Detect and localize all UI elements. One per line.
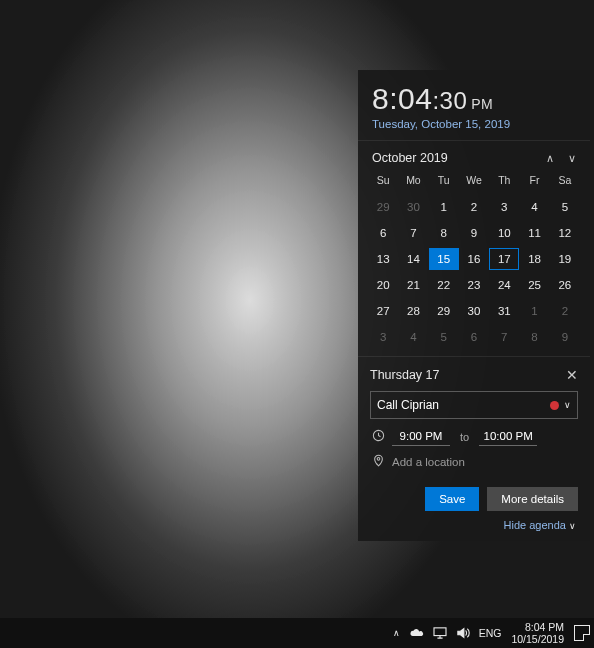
calendar-day[interactable]: 19: [550, 248, 580, 270]
calendar-day[interactable]: 9: [550, 326, 580, 348]
calendar-day[interactable]: 2: [550, 300, 580, 322]
tray-overflow-icon[interactable]: ∧: [393, 628, 400, 638]
calendar-grid: SuMoTuWeThFrSa29301234567891011121314151…: [358, 171, 590, 356]
location-row: [370, 454, 578, 469]
calendar-dow: Sa: [550, 171, 580, 192]
agenda-panel: Thursday 17 ✕ ∨ to: [358, 357, 590, 483]
action-center-icon[interactable]: [574, 625, 590, 641]
end-time-input[interactable]: [479, 427, 537, 446]
chevron-down-icon: ∨: [569, 521, 576, 531]
calendar-flyout: 8:04:30PM Tuesday, October 15, 2019 Octo…: [358, 70, 590, 541]
calendar-nav: ∧ ∨: [546, 152, 576, 165]
calendar-day[interactable]: 1: [519, 300, 549, 322]
event-title-field[interactable]: ∨: [370, 391, 578, 419]
calendar-day[interactable]: 30: [459, 300, 489, 322]
location-input[interactable]: [392, 456, 578, 468]
calendar-dow: Fr: [519, 171, 549, 192]
hide-agenda-link[interactable]: Hide agenda ∨: [358, 517, 590, 537]
calendar-day[interactable]: 8: [429, 222, 459, 244]
clock-block: 8:04:30PM Tuesday, October 15, 2019: [358, 70, 590, 141]
calendar-day[interactable]: 3: [489, 196, 519, 218]
taskbar-clock[interactable]: 8:04 PM 10/15/2019: [511, 621, 564, 645]
calendar-color-picker[interactable]: ∨: [550, 400, 571, 410]
time-to-label: to: [460, 431, 469, 443]
onedrive-icon[interactable]: [409, 628, 424, 638]
color-dot-icon: [550, 401, 559, 410]
calendar-day[interactable]: 16: [459, 248, 489, 270]
clock-time: 8:04:30PM: [372, 82, 576, 116]
calendar-day[interactable]: 6: [459, 326, 489, 348]
calendar-day[interactable]: 15: [429, 248, 459, 270]
calendar-day[interactable]: 13: [368, 248, 398, 270]
taskbar: ∧ ENG 8:04 PM 10/15/2019: [0, 618, 594, 648]
calendar-day[interactable]: 7: [489, 326, 519, 348]
calendar-day[interactable]: 28: [398, 300, 428, 322]
calendar-day[interactable]: 14: [398, 248, 428, 270]
calendar-day[interactable]: 31: [489, 300, 519, 322]
chevron-down-icon: ∨: [564, 400, 571, 410]
calendar-day[interactable]: 5: [550, 196, 580, 218]
calendar-day[interactable]: 3: [368, 326, 398, 348]
start-time-input[interactable]: [392, 427, 450, 446]
calendar-day[interactable]: 8: [519, 326, 549, 348]
calendar-day[interactable]: 26: [550, 274, 580, 296]
calendar-day[interactable]: 21: [398, 274, 428, 296]
calendar-day[interactable]: 23: [459, 274, 489, 296]
calendar-next-icon[interactable]: ∨: [568, 152, 576, 165]
save-button[interactable]: Save: [425, 487, 479, 511]
calendar-day[interactable]: 29: [368, 196, 398, 218]
calendar-day[interactable]: 30: [398, 196, 428, 218]
calendar-day[interactable]: 17: [489, 248, 519, 270]
svg-point-1: [377, 458, 380, 461]
calendar-day[interactable]: 4: [519, 196, 549, 218]
calendar-dow: Th: [489, 171, 519, 192]
svg-rect-2: [434, 628, 446, 636]
taskbar-date: 10/15/2019: [511, 633, 564, 645]
clock-period: PM: [471, 96, 493, 112]
agenda-day-label: Thursday 17: [370, 368, 439, 382]
network-icon[interactable]: [433, 627, 447, 639]
event-title-input[interactable]: [377, 398, 550, 412]
clock-seconds: :30: [432, 87, 467, 114]
calendar-dow: We: [459, 171, 489, 192]
calendar-dow: Mo: [398, 171, 428, 192]
calendar-prev-icon[interactable]: ∧: [546, 152, 554, 165]
calendar-day[interactable]: 22: [429, 274, 459, 296]
location-icon: [370, 454, 386, 469]
calendar-day[interactable]: 18: [519, 248, 549, 270]
calendar-day[interactable]: 27: [368, 300, 398, 322]
calendar-dow: Tu: [429, 171, 459, 192]
calendar-day[interactable]: 6: [368, 222, 398, 244]
clock-hours-minutes: 8:04: [372, 82, 432, 115]
calendar-month-label[interactable]: October 2019: [372, 151, 448, 165]
calendar-day[interactable]: 25: [519, 274, 549, 296]
calendar-day[interactable]: 29: [429, 300, 459, 322]
taskbar-time: 8:04 PM: [511, 621, 564, 633]
calendar-day[interactable]: 5: [429, 326, 459, 348]
calendar-day[interactable]: 10: [489, 222, 519, 244]
language-indicator[interactable]: ENG: [479, 627, 502, 639]
agenda-header: Thursday 17 ✕: [370, 367, 578, 383]
calendar-header: October 2019 ∧ ∨: [358, 141, 590, 171]
calendar-day[interactable]: 7: [398, 222, 428, 244]
calendar-day[interactable]: 9: [459, 222, 489, 244]
hide-agenda-label: Hide agenda: [504, 519, 566, 531]
calendar-day[interactable]: 1: [429, 196, 459, 218]
calendar-day[interactable]: 12: [550, 222, 580, 244]
clock-date-link[interactable]: Tuesday, October 15, 2019: [372, 118, 576, 130]
calendar-dow: Su: [368, 171, 398, 192]
more-details-button[interactable]: More details: [487, 487, 578, 511]
time-row: to: [370, 427, 578, 446]
calendar-day[interactable]: 24: [489, 274, 519, 296]
clock-icon: [370, 429, 386, 444]
calendar-day[interactable]: 20: [368, 274, 398, 296]
volume-icon[interactable]: [456, 627, 470, 639]
agenda-buttons: Save More details: [358, 483, 590, 517]
calendar-day[interactable]: 2: [459, 196, 489, 218]
close-icon[interactable]: ✕: [566, 367, 578, 383]
calendar-day[interactable]: 4: [398, 326, 428, 348]
system-tray: ∧ ENG: [393, 627, 502, 639]
calendar-day[interactable]: 11: [519, 222, 549, 244]
